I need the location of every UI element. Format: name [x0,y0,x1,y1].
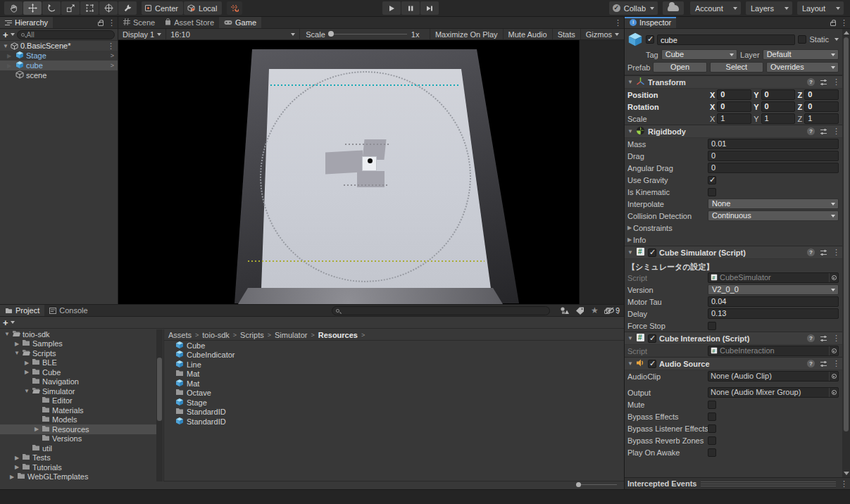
position-y-field[interactable]: 0 [761,89,796,100]
tree-open-arrow-icon[interactable]: ▼ [4,331,10,337]
hierarchy-item-stage[interactable]: ▶Stage> [0,51,118,61]
script-object-field[interactable]: #CubeInteraction [708,346,839,356]
tree-item-materials[interactable]: Materials [0,405,156,415]
rotation-y-field[interactable]: 0 [761,101,796,112]
mass-field[interactable]: 0.01 [708,139,839,149]
tab-inspector[interactable]: i Inspector [625,17,676,28]
pivot-toggle-button[interactable]: Center [142,1,183,15]
component-header[interactable]: ▼Rigidbody?⋮ [625,125,843,138]
hierarchy-item-cube[interactable]: ▶cube> [0,61,118,70]
breadcrumb-resources[interactable]: Resources [318,331,358,339]
asset-item-mat-4[interactable]: Mat [164,379,624,389]
rotation-z-field[interactable]: 0 [804,101,839,112]
help-icon[interactable]: ? [807,127,815,135]
intercepted-events-bar[interactable]: Intercepted Events ⋮ [625,477,850,489]
scale-slider[interactable] [328,34,407,34]
motor-tau-field[interactable]: 0.04 [708,296,839,307]
drag-field[interactable]: 0 [708,151,839,161]
grid-snap-button[interactable] [227,1,242,15]
tree-closed-arrow-icon[interactable]: ▶ [9,474,15,480]
help-icon[interactable]: ? [807,248,815,256]
tree-item-navigation[interactable]: Navigation [0,377,156,387]
tree-closed-arrow-icon[interactable]: ▶ [14,464,20,470]
tab-project[interactable]: Project [0,305,44,316]
inspector-lock-icon[interactable] [830,22,836,26]
tree-item-tests[interactable]: ▶Tests [0,453,156,463]
gameview-menu-icon[interactable]: ⋮ [614,18,622,27]
tab-hierarchy[interactable]: Hierarchy [0,17,53,28]
lock-icon[interactable] [98,22,104,26]
asset-item-cube-0[interactable]: Cube [164,341,624,351]
prefab-open-button[interactable]: Open [653,62,706,73]
aspect-dropdown[interactable]: 16:10 [166,29,300,39]
foldout-icon[interactable]: ▼ [627,360,633,367]
inspector-row-constraints[interactable]: ▶Constraints [625,222,843,234]
game-render-viewport[interactable] [118,40,624,304]
layout-dropdown[interactable]: Layout [797,1,844,15]
footer-menu-icon[interactable]: ⋮ [840,479,848,489]
play-button[interactable] [382,1,401,15]
collab-dropdown[interactable]: ✓ Collab [609,1,658,15]
move-tool-button[interactable] [23,1,42,15]
angular-drag-field[interactable]: 0 [708,163,839,173]
asset-item-octave-5[interactable]: Octave [164,389,624,398]
tree-item-webgltemplates[interactable]: ▶WebGLTemplates [0,472,156,482]
cloud-button[interactable] [663,1,684,15]
breadcrumb-simulator[interactable]: Simulator [275,331,307,339]
tree-item-editor[interactable]: Editor [0,396,156,406]
pause-button[interactable] [401,1,420,15]
presets-icon[interactable] [820,79,827,86]
tab-game[interactable]: Game [219,17,261,28]
component-header[interactable]: ▼Audio Source?⋮ [625,357,843,370]
bypass-effects-checkbox[interactable] [708,412,716,421]
layers-dropdown[interactable]: Layers [746,1,792,15]
component-enabled-checkbox[interactable] [648,248,656,257]
output-object-field[interactable]: None (Audio Mixer Group) [708,387,839,398]
component-menu-icon[interactable]: ⋮ [832,359,840,368]
object-picker-icon[interactable] [829,346,838,355]
asset-item-line-2[interactable]: Line [164,360,624,370]
prefab-select-button[interactable]: Select [710,62,763,73]
tree-item-tutorials[interactable]: ▶Tutorials [0,462,156,472]
active-checkbox[interactable] [646,35,654,44]
play-on-awake-checkbox[interactable] [708,448,716,457]
component-header[interactable]: ▼#Cube Simulator (Script)?⋮ [625,246,843,259]
scrollbar-thumb[interactable] [844,37,849,431]
object-name-field[interactable]: cube [657,34,795,45]
scroll-down-icon[interactable] [844,472,849,475]
help-icon[interactable]: ? [807,360,815,367]
asset-item-stage-6[interactable]: Stage [164,398,624,408]
component-menu-icon[interactable]: ⋮ [832,248,840,257]
icon-size-knob[interactable] [576,482,581,487]
breadcrumb-scripts[interactable]: Scripts [240,331,264,339]
hidden-count-badge[interactable]: 9 [605,306,620,315]
mute-audio-button[interactable]: Mute Audio [503,29,552,39]
scale-y-field[interactable]: 1 [761,113,796,124]
component-menu-icon[interactable]: ⋮ [832,77,840,87]
tree-item-cube[interactable]: ▶Cube [0,367,156,377]
space-toggle-button[interactable]: Local [184,1,222,15]
icon-size-slider[interactable] [577,484,617,485]
tree-item-toio-sdk[interactable]: ▼toio-sdk [0,329,156,339]
foldout-icon[interactable]: ▼ [627,249,633,256]
create-object-button[interactable]: + [3,30,8,39]
presets-icon[interactable] [820,249,827,256]
expander-icon[interactable]: ▶ [7,53,11,59]
tree-scrollbar-thumb[interactable] [157,358,162,421]
project-search-input[interactable] [332,306,550,315]
foldout-icon[interactable]: ▼ [627,79,633,85]
asset-item-cubeindicator-1[interactable]: CubeIndicator [164,351,624,360]
hierarchy-menu-icon[interactable]: ⋮ [108,18,115,27]
mute-checkbox[interactable] [708,401,716,409]
help-icon[interactable]: ? [807,334,815,342]
rect-tool-button[interactable] [80,1,99,15]
scale-x-field[interactable]: 1 [717,113,751,124]
foldout-icon[interactable]: ▶ [627,237,633,243]
tag-dropdown[interactable]: Cube [661,49,737,60]
static-checkbox[interactable] [798,35,806,44]
foldout-icon[interactable]: ▼ [627,128,633,134]
asset-item-mat-3[interactable]: Mat [164,370,624,379]
position-z-field[interactable]: 0 [804,89,839,100]
gizmos-dropdown[interactable]: Gizmos [580,29,624,39]
scale-tool-button[interactable] [61,1,80,15]
